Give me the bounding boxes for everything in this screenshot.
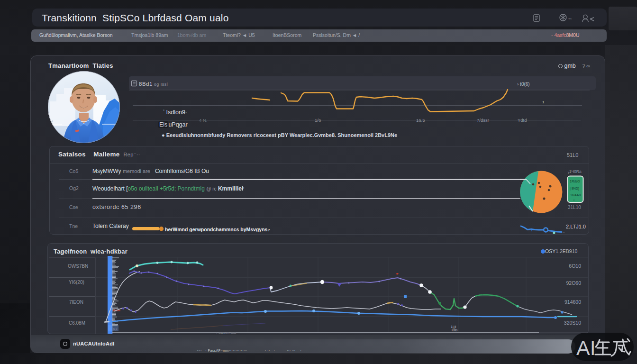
- svg-text:| 9ND): | 9ND): [570, 187, 579, 191]
- svg-text:1/6: 1/6: [315, 118, 321, 123]
- svg-text:320S10: 320S10: [564, 320, 581, 326]
- svg-text:OWS7BN: OWS7BN: [68, 264, 88, 269]
- svg-text:1: 1: [542, 100, 545, 104]
- svg-text:6O10: 6O10: [569, 263, 581, 269]
- svg-text:1Rds0l: 1Rds0l: [570, 180, 580, 183]
- svg-text:92O60: 92O60: [566, 280, 581, 286]
- svg-text:C6.08M: C6.08M: [69, 320, 85, 326]
- svg-text:1RAA0: 1RAA0: [570, 193, 581, 197]
- svg-text:+3abum·══·: +3abum·══·: [216, 331, 237, 334]
- svg-text:914600: 914600: [564, 299, 581, 305]
- svg-text:7IEON: 7IEON: [69, 300, 83, 305]
- svg-text:7/dssr: 7/dssr: [477, 118, 489, 123]
- svg-text:4 N.: 4 N.: [199, 118, 207, 123]
- svg-text:8Bd1 og Issl: 8Bd1 og Issl: [139, 81, 168, 87]
- svg-text:8Ul: 8Ul: [113, 328, 117, 331]
- svg-text:rss: rss: [568, 17, 572, 20]
- svg-text:Ydtd: Ydtd: [518, 118, 527, 123]
- svg-text:IJIB: IJIB: [452, 328, 457, 332]
- svg-text:› t0(6): › t0(6): [517, 82, 530, 87]
- svg-text:YI6(20): YI6(20): [69, 280, 84, 285]
- svg-text:AI: AI: [576, 337, 596, 359]
- svg-text:16.5: 16.5: [416, 118, 425, 123]
